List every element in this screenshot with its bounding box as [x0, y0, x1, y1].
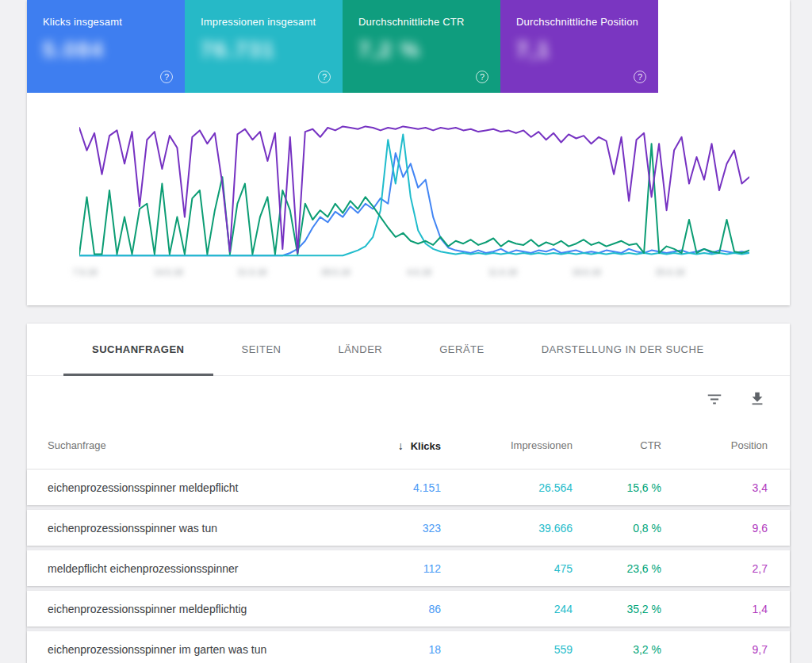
- dimensions-panel: SUCHANFRAGENSEITENLÄNDERGERÄTEDARSTELLUN…: [27, 324, 790, 663]
- x-axis-tick-label: 14.5.18: [140, 267, 196, 277]
- metric-card-value-blurred: 7,2 %: [358, 38, 500, 63]
- help-icon[interactable]: ?: [160, 71, 173, 83]
- tab-darstellung-in-der-suche[interactable]: DARSTELLUNG IN DER SUCHE: [513, 324, 733, 375]
- help-icon[interactable]: ?: [634, 71, 646, 83]
- x-axis-tick-label: 18.6.18: [558, 267, 614, 277]
- ctr-cell: 23,6 %: [573, 562, 661, 575]
- query-cell[interactable]: meldepflicht eichenprozessionsspinner: [48, 562, 338, 575]
- table-row[interactable]: eichenprozessionsspinner was tun 323 39.…: [27, 510, 790, 546]
- metric-card-title: Klicks insgesamt: [43, 16, 185, 28]
- metric-card-value-blurred: 7,1: [516, 38, 658, 63]
- x-axis-tick-label: 28.5.18: [308, 267, 363, 277]
- sort-desc-arrow-icon: ↓: [398, 439, 404, 452]
- metric-card-value-blurred: 76.731: [201, 38, 343, 63]
- column-header-klicks-label: Klicks: [411, 440, 441, 452]
- klicks-cell: 323: [338, 522, 441, 535]
- position-cell: 3,4: [661, 481, 768, 494]
- x-axis-tick-label: 4.6.18: [392, 267, 447, 277]
- column-header-position[interactable]: Position: [661, 439, 768, 451]
- table-row[interactable]: meldepflicht eichenprozessionsspinner 11…: [27, 550, 790, 586]
- chart-line-impressionen: [79, 134, 749, 255]
- help-icon[interactable]: ?: [476, 71, 488, 83]
- column-header-ctr[interactable]: CTR: [573, 439, 661, 451]
- klicks-cell: 18: [338, 643, 441, 656]
- x-axis-labels: 7.5.1814.5.1821.5.1828.5.184.6.1811.6.18…: [27, 267, 790, 280]
- x-axis-tick-label: 21.5.18: [224, 267, 280, 277]
- table-header-row: Suchanfrage ↓Klicks Impressionen CTR Pos…: [27, 422, 790, 469]
- position-cell: 9,6: [661, 522, 768, 535]
- column-header-impressionen[interactable]: Impressionen: [441, 439, 573, 451]
- tab-suchanfragen[interactable]: SUCHANFRAGEN: [63, 324, 213, 375]
- metric-card-title: Durchschnittliche CTR: [358, 16, 500, 28]
- tab-seiten[interactable]: SEITEN: [213, 324, 310, 375]
- tab-geräte[interactable]: GERÄTE: [411, 324, 512, 375]
- chart-line-ctr: [79, 144, 749, 254]
- impressionen-cell: 39.666: [441, 522, 573, 535]
- filter-icon[interactable]: [706, 390, 723, 408]
- position-cell: 2,7: [661, 562, 768, 575]
- query-cell[interactable]: eichenprozessionsspinner im garten was t…: [48, 643, 338, 656]
- klicks-cell: 86: [338, 603, 441, 615]
- metric-card[interactable]: Durchschnittliche CTR 7,2 % ?: [343, 0, 500, 93]
- impressionen-cell: 244: [441, 603, 573, 615]
- metric-cards: Klicks insgesamt 5.084 ? Impressionen in…: [27, 0, 790, 93]
- tab-länder[interactable]: LÄNDER: [309, 324, 411, 375]
- query-cell[interactable]: eichenprozessionsspinner meldepflicht: [48, 481, 338, 494]
- table-row[interactable]: eichenprozessionsspinner meldepflichtig …: [27, 591, 790, 627]
- x-axis-tick-label: 25.6.18: [642, 267, 698, 277]
- help-icon[interactable]: ?: [318, 71, 331, 83]
- query-cell[interactable]: eichenprozessionsspinner meldepflichtig: [48, 603, 338, 615]
- search-console-performance-page: Klicks insgesamt 5.084 ? Impressionen in…: [0, 0, 812, 663]
- position-cell: 9,7: [661, 643, 768, 656]
- column-header-query: Suchanfrage: [48, 439, 338, 451]
- impressionen-cell: 475: [441, 562, 573, 575]
- query-cell[interactable]: eichenprozessionsspinner was tun: [48, 522, 338, 535]
- metric-card[interactable]: Klicks insgesamt 5.084 ?: [27, 0, 185, 93]
- position-cell: 1,4: [661, 603, 768, 615]
- column-header-klicks[interactable]: ↓Klicks: [338, 439, 441, 452]
- performance-panel: Klicks insgesamt 5.084 ? Impressionen in…: [27, 0, 790, 305]
- x-axis-tick-label: 7.5.18: [57, 267, 113, 277]
- metric-card-title: Durchschnittliche Position: [516, 16, 658, 28]
- ctr-cell: 0,8 %: [573, 522, 661, 535]
- ctr-cell: 3,2 %: [573, 643, 661, 656]
- table-row[interactable]: eichenprozessionsspinner meldepflicht 4.…: [27, 469, 790, 505]
- x-axis-tick-label: 11.6.18: [475, 267, 530, 277]
- metric-card-title: Impressionen insgesamt: [201, 16, 343, 28]
- ctr-cell: 35,2 %: [573, 603, 661, 615]
- metrics-line-chart: [79, 121, 749, 259]
- tab-bar: SUCHANFRAGENSEITENLÄNDERGERÄTEDARSTELLUN…: [27, 324, 790, 376]
- klicks-cell: 112: [338, 562, 441, 575]
- impressionen-cell: 26.564: [441, 481, 573, 494]
- metric-card-value-blurred: 5.084: [43, 38, 185, 63]
- metric-card[interactable]: Durchschnittliche Position 7,1 ?: [500, 0, 658, 93]
- ctr-cell: 15,6 %: [573, 481, 661, 494]
- metric-card[interactable]: Impressionen insgesamt 76.731 ?: [185, 0, 343, 93]
- table-row[interactable]: eichenprozessionsspinner im garten was t…: [27, 631, 790, 663]
- klicks-cell: 4.151: [338, 481, 441, 494]
- table-rows: eichenprozessionsspinner meldepflicht 4.…: [27, 469, 790, 663]
- impressionen-cell: 559: [441, 643, 573, 656]
- download-icon[interactable]: [749, 390, 766, 408]
- table-toolbar: [27, 376, 790, 422]
